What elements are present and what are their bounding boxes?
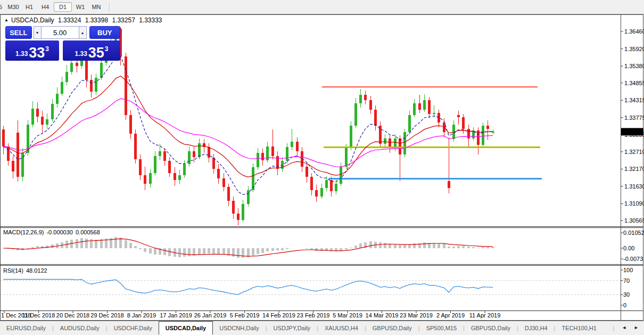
svg-text:1.34855: 1.34855: [624, 80, 644, 86]
macd-axis[interactable]: 0.0105250.00-0.0073: [621, 230, 644, 262]
ohlc-open: 1.33324: [58, 17, 81, 24]
date-label: 11 Dec 2018: [22, 312, 55, 318]
sell-price-prefix: 1.33: [15, 50, 28, 58]
rsi-value: 48.0122: [26, 267, 47, 274]
timeframe-toolbar: 5M30H1H4D1W1MN: [0, 0, 644, 14]
symbol-tab-usdcad-daily[interactable]: USDCAD,Daily: [159, 321, 213, 335]
symbol-tab-gbpusd-daily[interactable]: GBPUSD,Daily: [366, 322, 418, 334]
volume-input[interactable]: [42, 26, 79, 39]
svg-text:1.32170: 1.32170: [624, 166, 644, 172]
symbol-tab-tech100-h1[interactable]: TECH100,H1: [555, 322, 602, 334]
rsi-name: RSI(14): [3, 267, 23, 274]
sell-price-sup: 3: [45, 45, 49, 53]
date-label: 17 Jan 2019: [160, 312, 192, 318]
svg-text:1.31630: 1.31630: [624, 183, 644, 190]
macd-signal-value: 0.000568: [76, 229, 100, 235]
sell-button[interactable]: SELL: [5, 26, 32, 39]
svg-text:1.36460: 1.36460: [624, 28, 644, 35]
one-click-trading-panel: SELL ▼ ▲ BUY 1.33 33 3 1.33 35 3: [5, 26, 120, 61]
svg-text:70: 70: [623, 277, 630, 284]
volume-decrease-button[interactable]: ▼: [34, 26, 42, 39]
rsi-indicator-label: RSI(14)48.0122: [3, 267, 50, 274]
ohlc-high: 1.33398: [85, 17, 108, 24]
buy-price-prefix: 1.33: [75, 50, 87, 58]
chart-symbol-period: USDCAD,Daily: [11, 17, 54, 24]
date-label: 5 Feb 2019: [230, 312, 260, 318]
date-label: 14 Feb 2019: [262, 312, 295, 318]
ohlc-close: 1.33333: [139, 17, 162, 24]
svg-text:1.32710: 1.32710: [624, 149, 644, 155]
date-label: 23 Mar 2019: [400, 312, 433, 318]
time-axis[interactable]: 1 Dec 201811 Dec 201820 Dec 201829 Dec 2…: [1, 311, 500, 319]
svg-text:1.31090: 1.31090: [624, 200, 644, 207]
collapse-chart-icon[interactable]: ▲: [4, 18, 9, 22]
timeframe-button-d1[interactable]: D1: [54, 2, 72, 12]
date-label: 5 Mar 2019: [333, 312, 362, 318]
buy-price-big: 35: [88, 46, 104, 60]
symbol-tab-sp500-m15[interactable]: SP500,M15: [420, 322, 463, 334]
date-label: 23 Feb 2019: [297, 312, 330, 318]
moving-averages: [3, 56, 493, 194]
svg-text:1.33775: 1.33775: [624, 115, 644, 121]
symbol-tab-xauusd-h4[interactable]: XAUUSD,H4: [318, 322, 365, 334]
date-label: 26 Jan 2019: [194, 312, 227, 318]
svg-text:-0.0073: -0.0073: [623, 256, 643, 262]
tab-separator: |: [613, 325, 614, 331]
timeframe-button-w1[interactable]: W1: [73, 2, 88, 12]
svg-text:1.34315: 1.34315: [624, 97, 644, 103]
timeframe-button-h1[interactable]: H1: [22, 2, 37, 12]
toolbar-separator: [109, 2, 110, 12]
symbol-tab-dj30-h4[interactable]: DJ30,H4: [518, 322, 554, 334]
date-label: 20 Dec 2018: [56, 312, 89, 318]
symbol-tab-bar: EURUSD,Daily|AUDUSD,Daily|USDCHF,DailyUS…: [0, 321, 644, 335]
sell-price-big: 33: [29, 46, 45, 60]
date-label: 14 Mar 2019: [366, 312, 399, 318]
svg-text:100: 100: [623, 267, 633, 273]
date-label: 11 Apr 2019: [469, 312, 501, 318]
rsi-axis[interactable]: 10070300: [621, 267, 633, 308]
date-label: 8 Jan 2019: [127, 312, 156, 318]
current-price-label: 1.33333: [623, 128, 644, 135]
svg-text:0: 0: [623, 302, 626, 308]
buy-price-display[interactable]: 1.33 35 3: [63, 40, 120, 61]
macd-pane: [3, 237, 493, 258]
sell-price-display[interactable]: 1.33 33 3: [5, 40, 59, 61]
date-label: 2 Apr 2019: [436, 312, 465, 318]
horizontal-lines: [322, 87, 542, 178]
symbol-tab-usdjpy-daily[interactable]: USDJPY,Daily: [267, 322, 317, 334]
symbol-tab-usdcnh-daily[interactable]: USDCNH,Daily: [213, 322, 266, 334]
svg-text:30: 30: [623, 291, 630, 298]
price-axis[interactable]: 1.364601.359201.353801.348551.343151.337…: [621, 28, 644, 224]
symbol-tab-usdchf-daily[interactable]: USDCHF,Daily: [108, 322, 159, 334]
macd-name: MACD(12,26,9): [3, 229, 44, 235]
symbol-tab-gbpusd-daily[interactable]: GBPUSD,Daily: [465, 322, 517, 334]
date-label: 29 Dec 2018: [90, 312, 123, 318]
buy-button[interactable]: BUY: [89, 26, 120, 39]
symbol-tab-audusd-daily[interactable]: AUDUSD,Daily: [54, 322, 106, 334]
ohlc-low: 1.33257: [112, 17, 135, 24]
tab-scroll-controls: |◄►: [605, 325, 639, 331]
macd-main-value: -0.000030: [46, 229, 73, 235]
timeframe-button-5[interactable]: 5: [0, 2, 5, 12]
svg-text:1.35380: 1.35380: [624, 63, 644, 69]
tab-scroll-left-icon[interactable]: ◄: [622, 325, 626, 331]
timeframe-button-h4[interactable]: H4: [38, 2, 53, 12]
timeframe-button-mn[interactable]: MN: [89, 2, 104, 12]
timeframe-button-m30[interactable]: M30: [6, 2, 21, 12]
svg-text:1.30565: 1.30565: [624, 217, 644, 224]
rsi-pane: [0, 280, 621, 295]
tab-scroll-right-icon[interactable]: ►: [634, 325, 639, 331]
svg-text:0.010525: 0.010525: [623, 230, 644, 236]
macd-indicator-label: MACD(12,26,9)-0.0000300.000568: [3, 229, 103, 235]
svg-text:0.00: 0.00: [623, 245, 634, 251]
chart-title: ▲USDCAD,Daily 1.33324 1.33398 1.33257 1.…: [4, 17, 164, 24]
buy-price-sup: 3: [105, 45, 109, 53]
volume-increase-button[interactable]: ▲: [79, 26, 87, 39]
symbol-tab-eurusd-daily[interactable]: EURUSD,Daily: [0, 322, 52, 334]
svg-text:1.35920: 1.35920: [624, 46, 644, 52]
